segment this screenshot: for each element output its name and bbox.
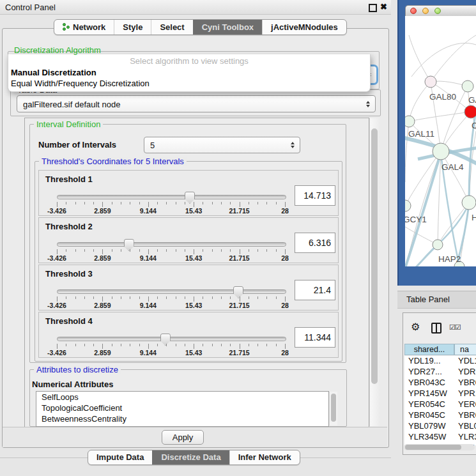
- dropdown-option-equal-width[interactable]: Equal Width/Frequency Discretization: [11, 79, 150, 88]
- checkboxes-icon[interactable]: ☑☑: [449, 323, 461, 332]
- combo-arrows-icon: [291, 142, 295, 148]
- node-label: GAL80: [429, 92, 456, 102]
- table-panel: ⚙ ☑☑ shared... na YDL19...YDL1YDR27...YD…: [403, 312, 476, 455]
- dropdown-option-manual[interactable]: Manual Discretization: [11, 68, 96, 77]
- minimize-traffic-light[interactable]: [422, 8, 429, 14]
- threshold-value-box[interactable]: 14.713: [295, 185, 335, 206]
- num-intervals-combo[interactable]: 5: [144, 137, 300, 153]
- num-intervals-value: 5: [150, 141, 155, 150]
- table-data-combo[interactable]: galFiltered.sif default node: [17, 95, 376, 112]
- cell-shared-name: YBR043C: [408, 378, 445, 387]
- node-label: C: [472, 121, 476, 130]
- column-header-shared-name[interactable]: shared...: [404, 344, 454, 355]
- column-header-name[interactable]: na: [454, 344, 476, 355]
- slider-tick-labels: -3.4262.8599.14415.4321.71528: [57, 254, 285, 261]
- threshold-label: Threshold 1: [45, 174, 93, 184]
- settings-scrollbar[interactable]: [369, 118, 380, 426]
- network-node[interactable]: [425, 76, 436, 88]
- node-label: GA: [468, 95, 476, 105]
- cell-name: YER0: [458, 399, 476, 409]
- network-node[interactable]: [433, 143, 449, 160]
- threshold-value-box[interactable]: 6.316: [295, 233, 335, 253]
- cyni-mode-tabs: Impute DataDiscretize DataInfer Network: [88, 450, 300, 465]
- close-icon[interactable]: ✖: [380, 2, 387, 12]
- threshold-slider[interactable]: [57, 289, 286, 294]
- apply-button[interactable]: Apply: [162, 430, 204, 445]
- tab-cyni-toolbox[interactable]: Cyni Toolbox: [193, 20, 262, 35]
- cell-name: YPR1: [458, 388, 476, 398]
- table-row[interactable]: YDL19...YDL1: [404, 356, 476, 367]
- threshold-panel-4: Threshold 4-3.4262.8599.14415.4321.71528…: [38, 312, 339, 358]
- cell-name: YBR0: [458, 378, 476, 387]
- network-node[interactable]: [405, 116, 415, 127]
- network-node[interactable]: [464, 105, 476, 118]
- attribute-item-selfloops[interactable]: SelfLoops: [36, 392, 328, 403]
- close-traffic-light[interactable]: [410, 8, 417, 14]
- table-row[interactable]: YER054CYER0: [404, 399, 476, 410]
- tab-label: Style: [123, 22, 142, 32]
- dropdown-prompt: Select algorithm to view settings: [8, 56, 370, 66]
- float-icon[interactable]: [369, 4, 377, 12]
- attribute-item-betweennesscentrality[interactable]: BetweennessCentrality: [36, 413, 328, 424]
- gear-icon[interactable]: ⚙: [411, 321, 420, 333]
- table-row[interactable]: YLR345WYLR3: [404, 432, 476, 443]
- slider-ticks: [57, 249, 285, 254]
- cell-name: YBR0: [458, 410, 476, 420]
- attributes-list-scrollbar[interactable]: [329, 392, 337, 426]
- threshold-slider[interactable]: [57, 337, 286, 341]
- table-row[interactable]: YPR145WYPR1: [404, 388, 476, 399]
- node-label: HAP2: [438, 254, 461, 264]
- threshold-slider[interactable]: [57, 195, 286, 199]
- thresholds-group-title: Threshold's Coordinates for 5 Intervals: [39, 157, 187, 166]
- table-row[interactable]: YBR045CYBR0: [404, 410, 476, 421]
- slider-tick-labels: -3.4262.8599.14415.4321.71528: [57, 207, 285, 214]
- columns-icon[interactable]: [431, 323, 441, 334]
- threshold-value-box[interactable]: 21.4: [295, 280, 335, 300]
- cell-shared-name: YPR145W: [408, 388, 447, 398]
- network-node[interactable]: [462, 196, 476, 210]
- threshold-panel-1: Threshold 1-3.4262.8599.14415.4321.71528…: [38, 170, 339, 216]
- slider-ticks: [57, 202, 285, 207]
- scrollbar-thumb[interactable]: [371, 128, 378, 384]
- network-node[interactable]: [433, 240, 443, 250]
- cell-shared-name: YDL19...: [408, 356, 441, 365]
- tab-label: Network: [73, 22, 105, 32]
- threshold-value-box[interactable]: 11.344: [295, 327, 335, 348]
- tab-infer-network[interactable]: Infer Network: [229, 450, 300, 464]
- table-panel-title: Table Panel: [406, 295, 450, 304]
- threshold-slider[interactable]: [57, 242, 286, 247]
- network-node[interactable]: [462, 81, 473, 92]
- tab-label: Cyni Toolbox: [202, 22, 254, 32]
- numerical-attributes-label: Numerical Attributes: [32, 380, 113, 389]
- slider-tick-labels: -3.4262.8599.14415.4321.71528: [57, 302, 285, 309]
- table-row[interactable]: YBR043CYBR0: [404, 378, 476, 388]
- interval-definition-title: Interval Definition: [34, 119, 103, 129]
- tab-label: jActiveMNodules: [271, 22, 338, 32]
- tab-jactivemnodules[interactable]: jActiveMNodules: [262, 20, 346, 35]
- table-row[interactable]: YBL079WYBL0: [404, 421, 476, 432]
- tab-style[interactable]: Style: [114, 20, 151, 35]
- cell-shared-name: YBR045C: [408, 410, 445, 420]
- tab-label: Select: [160, 22, 184, 32]
- table-row[interactable]: YDR27...YDR2: [404, 367, 476, 378]
- zoom-traffic-light[interactable]: [434, 8, 441, 14]
- scrollbar-thumb[interactable]: [405, 445, 461, 450]
- scrollbar-thumb[interactable]: [331, 394, 336, 422]
- threshold-label: Threshold 4: [45, 316, 93, 326]
- network-icon: [63, 23, 70, 31]
- cell-shared-name: YLR345W: [408, 432, 446, 441]
- numerical-attributes-list[interactable]: SelfLoopsTopologicalCoefficientBetweenne…: [36, 391, 329, 427]
- cell-name: YBL0: [458, 421, 476, 431]
- network-node[interactable]: [405, 200, 411, 211]
- tab-select[interactable]: Select: [151, 20, 192, 35]
- tab-impute-data[interactable]: Impute Data: [88, 450, 152, 464]
- node-table-rows: YDL19...YDL1YDR27...YDR2YBR043CYBR0YPR14…: [404, 356, 476, 445]
- slider-ticks: [57, 296, 285, 302]
- control-panel-tabs: NetworkStyleSelectCyni ToolboxjActiveMNo…: [54, 19, 347, 35]
- tab-discretize-data[interactable]: Discretize Data: [152, 450, 229, 464]
- tab-network[interactable]: Network: [54, 20, 114, 35]
- threshold-panel-2: Threshold 2-3.4262.8599.14415.4321.71528…: [38, 217, 339, 263]
- attribute-item-topologicalcoefficient[interactable]: TopologicalCoefficient: [36, 403, 328, 413]
- network-canvas[interactable]: GAL80GAGAL11CGAL4GCY1HHAP2: [405, 16, 476, 266]
- table-horizontal-scrollbar[interactable]: [404, 444, 475, 450]
